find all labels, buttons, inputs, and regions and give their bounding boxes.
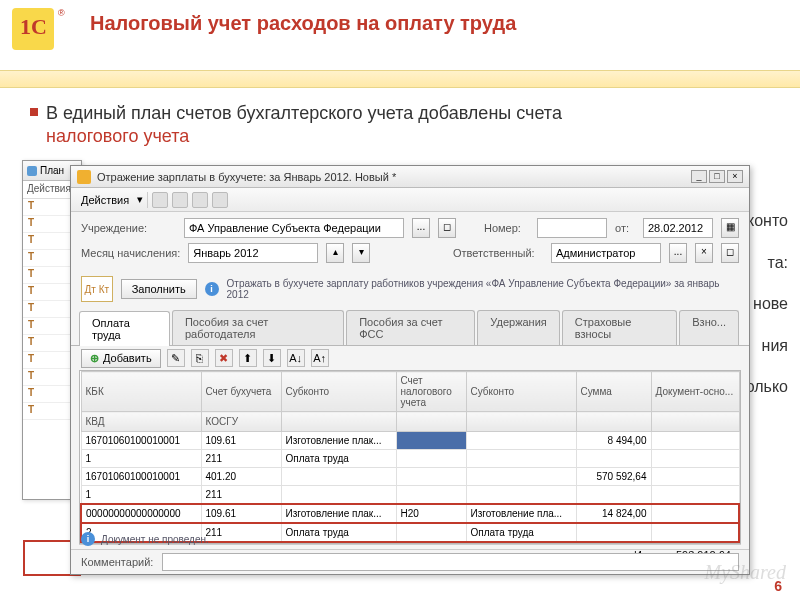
minimize-button[interactable]: _: [691, 170, 707, 183]
table-row[interactable]: 1211Оплата труда: [81, 450, 739, 468]
tab-insurance[interactable]: Страховые взносы: [562, 310, 677, 345]
tab-more[interactable]: Взно...: [679, 310, 739, 345]
window-icon: [77, 170, 91, 184]
info-icon: i: [205, 282, 219, 296]
plan-title: План: [40, 165, 64, 176]
toolbar-icon-2[interactable]: [172, 192, 188, 208]
col-sum[interactable]: Сумма: [576, 372, 651, 412]
edit-icon[interactable]: ✎: [167, 349, 185, 367]
toolbar-icon-4[interactable]: [212, 192, 228, 208]
num-input[interactable]: [537, 218, 607, 238]
toolbar-icon-3[interactable]: [192, 192, 208, 208]
col-acct[interactable]: Счет бухучета: [201, 372, 281, 412]
reflection-window: Отражение зарплаты в бухучете: за Январь…: [70, 165, 750, 575]
move-down-icon[interactable]: ⬇: [263, 349, 281, 367]
sort-asc-icon[interactable]: A↓: [287, 349, 305, 367]
date-picker[interactable]: ▦: [721, 218, 739, 238]
logo-1c: 1C ®: [12, 8, 62, 58]
bullet-1: В единый план счетов бухгалтерского учет…: [30, 102, 770, 149]
col-subconto[interactable]: Субконто: [281, 372, 396, 412]
org-lookup[interactable]: ...: [412, 218, 430, 238]
status-text: Документ не проведен.: [101, 534, 209, 545]
bullet-1-line1: В единый план счетов бухгалтерского учет…: [46, 103, 562, 123]
maximize-button[interactable]: □: [709, 170, 725, 183]
move-up-icon[interactable]: ⬆: [239, 349, 257, 367]
table-row[interactable]: 1211: [81, 486, 739, 505]
col-doc[interactable]: Документ-осно...: [651, 372, 739, 412]
add-button[interactable]: ⊕Добавить: [81, 349, 161, 368]
header-band: [0, 70, 800, 88]
col-kosgu[interactable]: КОСГУ: [201, 412, 281, 432]
tabs: Оплата труда Пособия за счет работодател…: [71, 310, 749, 346]
col-subconto2[interactable]: Субконто: [466, 372, 576, 412]
resp-input[interactable]: [551, 243, 661, 263]
month-label: Месяц начисления:: [81, 247, 180, 259]
toolbar-icon-1[interactable]: [152, 192, 168, 208]
resp-clear[interactable]: ×: [695, 243, 713, 263]
sort-desc-icon[interactable]: A↑: [311, 349, 329, 367]
page-number: 6: [774, 578, 782, 594]
tab-benefits-employer[interactable]: Пособия за счет работодателя: [172, 310, 344, 345]
org-clear[interactable]: ◻: [438, 218, 456, 238]
col-tax-acct[interactable]: Счет налогового учета: [396, 372, 466, 412]
tab-benefits-fss[interactable]: Пособия за счет ФСС: [346, 310, 475, 345]
delete-icon[interactable]: ✖: [215, 349, 233, 367]
table-row[interactable]: 00000000000000000109.61Изготовление плак…: [81, 504, 739, 523]
dtkt-icon: Дт Кт: [81, 276, 113, 302]
info-text: Отражать в бухучете зарплату работников …: [227, 278, 739, 300]
data-grid[interactable]: КБК Счет бухучета Субконто Счет налогово…: [79, 370, 741, 544]
tab-deductions[interactable]: Удержания: [477, 310, 559, 345]
plan-icon: [27, 166, 37, 176]
actions-menu[interactable]: Действия: [77, 192, 133, 208]
month-down[interactable]: ▾: [352, 243, 370, 263]
resp-label: Ответственный:: [453, 247, 543, 259]
fill-button[interactable]: Заполнить: [121, 279, 197, 299]
num-label: Номер:: [484, 222, 529, 234]
month-up[interactable]: ▴: [326, 243, 344, 263]
table-row[interactable]: 16701060100010001401.20570 592,64: [81, 468, 739, 486]
date-input[interactable]: [643, 218, 713, 238]
window-title: Отражение зарплаты в бухучете: за Январь…: [97, 171, 685, 183]
comment-label: Комментарий:: [81, 556, 156, 568]
table-row[interactable]: 16701060100010001109.61Изготовление плак…: [81, 432, 739, 450]
tab-salary[interactable]: Оплата труда: [79, 311, 170, 346]
status-info-icon: i: [81, 532, 95, 546]
copy-icon[interactable]: ⎘: [191, 349, 209, 367]
col-kbk[interactable]: КБК: [81, 372, 201, 412]
comment-input[interactable]: [162, 553, 739, 571]
resp-lookup[interactable]: ...: [669, 243, 687, 263]
bullet-1-line2: налогового учета: [46, 126, 189, 146]
close-button[interactable]: ×: [727, 170, 743, 183]
col-kvd[interactable]: КВД: [81, 412, 201, 432]
resp-open[interactable]: ◻: [721, 243, 739, 263]
month-input[interactable]: [188, 243, 318, 263]
org-input[interactable]: [184, 218, 404, 238]
date-label: от:: [615, 222, 635, 234]
org-label: Учреждение:: [81, 222, 176, 234]
slide-title: Налоговый учет расходов на оплату труда: [90, 12, 800, 35]
